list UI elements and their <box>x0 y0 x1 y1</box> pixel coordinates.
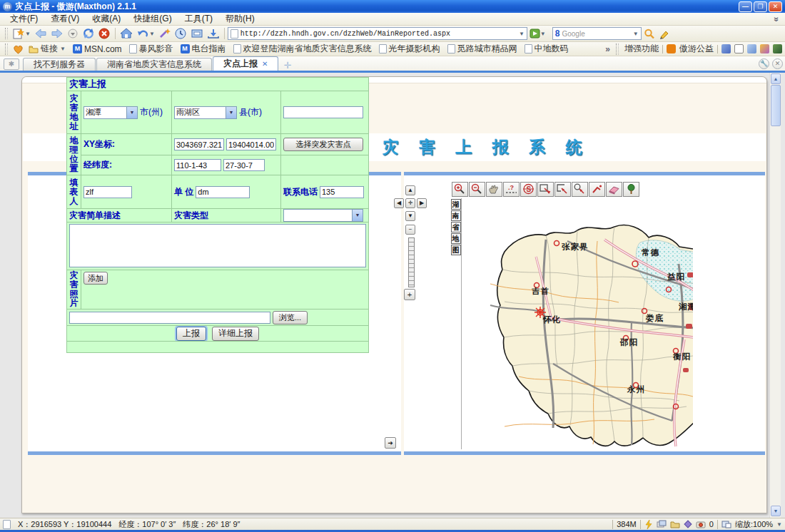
undo-button[interactable]: ▼ <box>135 26 156 41</box>
download-folder-icon[interactable] <box>670 520 680 528</box>
snap-camera-icon[interactable] <box>696 520 706 528</box>
scrollbar-thumb[interactable] <box>771 85 781 126</box>
phone-input[interactable] <box>320 186 364 198</box>
tab-close-all-button[interactable]: ✕ <box>772 58 783 69</box>
undo-dropdown-arrow[interactable]: ▼ <box>149 31 155 37</box>
highlight-button[interactable] <box>657 26 672 41</box>
map-layer-tree-button[interactable] <box>623 182 639 197</box>
search-engine-dropdown[interactable]: ▼ <box>633 31 639 37</box>
bookmark-item[interactable]: MMSN.com <box>71 44 124 55</box>
scroll-up-button[interactable]: ▲ <box>771 73 781 84</box>
pan-center-button[interactable]: ✛ <box>405 198 415 208</box>
scroll-down-button[interactable]: ▼ <box>771 506 781 516</box>
detail-report-button[interactable]: 详细上报 <box>212 327 259 341</box>
latitude-input[interactable] <box>223 159 265 171</box>
map-draw-line-button[interactable] <box>589 182 605 197</box>
address-dropdown-arrow[interactable]: ▼ <box>519 31 525 37</box>
browse-button[interactable]: 浏览... <box>273 311 308 324</box>
close-button[interactable]: ✕ <box>769 1 782 12</box>
tab-close-icon[interactable]: ✕ <box>262 60 268 68</box>
menu-file[interactable]: 文件(F) <box>4 12 44 26</box>
pan-left-button[interactable]: ◀ <box>394 198 404 208</box>
city-select[interactable]: 湘潭 ▼ <box>83 106 138 119</box>
coord-y-input[interactable] <box>226 138 276 150</box>
map-full-extent-button[interactable]: S <box>520 182 537 197</box>
panel-collapse-arrow-button[interactable]: ➜ <box>385 437 396 449</box>
home-button[interactable] <box>118 26 134 41</box>
coord-x-input[interactable] <box>174 138 224 150</box>
new-tab-dropdown-arrow[interactable]: ▼ <box>25 31 31 37</box>
map-zoom-out-button[interactable] <box>469 182 485 197</box>
disaster-description-textarea[interactable] <box>69 224 366 267</box>
refresh-button[interactable] <box>81 26 96 41</box>
gesture-icon[interactable] <box>684 520 692 528</box>
new-tab-plus-button[interactable]: ✛ <box>279 60 295 71</box>
skin-icon[interactable] <box>721 44 731 53</box>
go-button[interactable]: ▼ <box>528 26 547 41</box>
menu-view[interactable]: 查看(V) <box>45 12 85 26</box>
address-bar[interactable]: http://dzzh.hndh.gov.cn/dzzhWeb/MainRepo… <box>228 27 527 40</box>
history-button[interactable] <box>173 26 188 41</box>
photo-file-input[interactable] <box>69 312 270 324</box>
bookmark-item[interactable]: 暴风影音 <box>127 42 176 56</box>
popup-blocker-icon[interactable] <box>657 520 667 528</box>
zoom-window-icon[interactable] <box>721 520 731 528</box>
pan-down-button[interactable]: ▼ <box>405 211 415 221</box>
search-button[interactable] <box>642 26 657 41</box>
feed-icon[interactable] <box>760 44 769 53</box>
zoom-out-slider-button[interactable]: − <box>405 225 415 235</box>
menu-help[interactable]: 帮助(H) <box>220 12 260 26</box>
search-input[interactable]: Google <box>562 30 630 38</box>
zoom-level-slider[interactable] <box>408 237 415 287</box>
bookmark-item[interactable]: 欢迎登陆湖南省地质灾害信息系统 <box>231 42 374 56</box>
game-icon[interactable] <box>773 44 782 53</box>
address-detail-input[interactable] <box>283 106 363 118</box>
hunan-map-image[interactable]: 张家界 常德 益阳 湘潭 吉首 怀化 娄底 邵阳 衡阳 永州 <box>462 198 693 449</box>
unit-input[interactable] <box>196 186 250 198</box>
bookmark-item[interactable]: M电台指南 <box>178 42 228 56</box>
reporter-name-input[interactable] <box>83 186 132 198</box>
forward-button[interactable] <box>49 26 65 41</box>
stop-button[interactable] <box>97 26 112 41</box>
pan-up-button[interactable]: ▲ <box>405 185 415 195</box>
maxthon-charity-button[interactable]: 傲游公益 <box>679 43 714 55</box>
go-dropdown-arrow[interactable]: ▼ <box>540 31 546 37</box>
menu-tools[interactable]: 工具(T) <box>179 12 218 26</box>
bookmark-item[interactable]: 中地数码 <box>522 42 571 56</box>
tab-disaster-report[interactable]: 灾点上报✕ <box>213 56 278 71</box>
back-button[interactable] <box>33 26 49 41</box>
tab-tools-button[interactable]: 🔧 <box>759 58 769 69</box>
address-url[interactable]: http://dzzh.hndh.gov.cn/dzzhWeb/MainRepo… <box>240 30 517 38</box>
zoom-level-label[interactable]: 缩放:100% <box>735 519 773 530</box>
map-unselect-rect-button[interactable] <box>554 182 571 197</box>
bookmark-item[interactable]: 觅路城市精品网 <box>445 42 520 56</box>
bookmark-links-folder[interactable]: 链接 ▼ <box>26 42 68 56</box>
map-pan-button[interactable] <box>486 182 502 197</box>
map-measure-button[interactable]: .? <box>503 182 520 197</box>
chevron-down-icon[interactable]: ▼ <box>226 107 236 118</box>
history-dropdown-button[interactable] <box>66 26 80 41</box>
capture-button[interactable] <box>189 26 205 41</box>
download-button[interactable] <box>206 26 221 41</box>
links-dropdown-arrow[interactable]: ▼ <box>60 46 66 52</box>
longitude-input[interactable] <box>174 159 221 171</box>
favorites-heart-icon[interactable] <box>13 44 24 54</box>
map-zoom-box-button[interactable] <box>572 182 588 197</box>
chevron-down-icon[interactable]: ▼ <box>352 210 363 221</box>
bookmark-item[interactable]: 光年摄影机构 <box>377 42 442 56</box>
menu-groups[interactable]: 快捷组(G) <box>128 12 177 26</box>
bookmarks-overflow-chevron[interactable]: » <box>605 44 610 54</box>
map-zoom-in-button[interactable] <box>452 182 468 197</box>
report-button[interactable]: 上报 <box>176 327 206 341</box>
enhance-features-button[interactable]: 增强功能 <box>624 43 659 55</box>
maximize-button[interactable]: ❐ <box>754 1 767 12</box>
notes-icon[interactable] <box>747 44 756 53</box>
magic-fill-button[interactable] <box>157 26 173 41</box>
menu-overflow-chevron[interactable]: » <box>772 16 782 21</box>
menu-favorites[interactable]: 收藏(A) <box>86 12 126 26</box>
favorites-star-button[interactable]: ✱ <box>4 58 19 70</box>
tab-server-not-found[interactable]: 找不到服务器 <box>23 58 96 71</box>
county-select[interactable]: 雨湖区 ▼ <box>174 106 237 119</box>
zoom-in-slider-button[interactable]: + <box>404 289 415 300</box>
disaster-type-select[interactable]: ▼ <box>283 209 363 222</box>
